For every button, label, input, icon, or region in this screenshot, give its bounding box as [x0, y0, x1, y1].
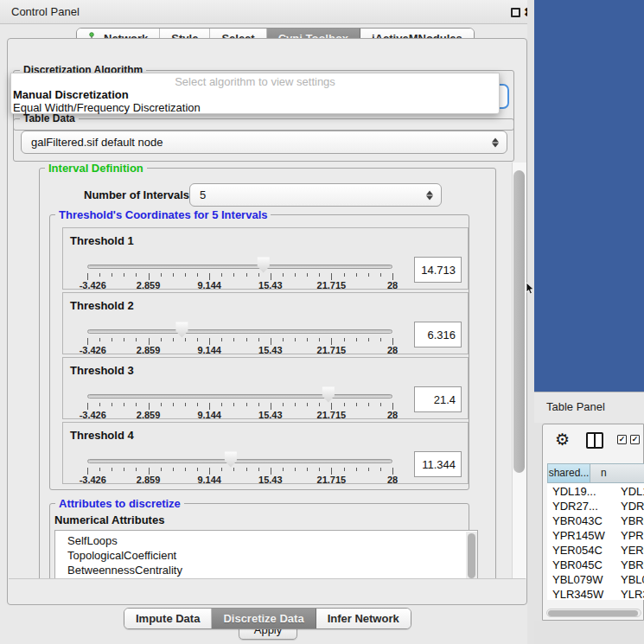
tab-discretize-data[interactable]: Discretize Data	[212, 609, 316, 628]
slider-ticks	[87, 338, 392, 345]
threshold-box: Threshold 4-3.4262.8599.14415.4321.71528	[62, 422, 469, 484]
cell-shared-name: YBR043C	[552, 514, 613, 527]
float-window-icon[interactable]	[511, 8, 520, 17]
cell-shared-name: YPR145W	[552, 529, 613, 542]
panel-title: Control Panel	[11, 0, 80, 24]
slider-track[interactable]	[87, 459, 392, 463]
table-horizontal-scrollbar[interactable]	[546, 609, 641, 617]
numerical-attributes-label: Numerical Attributes	[54, 513, 164, 526]
attribute-item[interactable]: SelfLoops	[67, 534, 118, 548]
cell-name: YPR1	[621, 529, 644, 542]
bottom-tab-bar: Impute DataDiscretize DataInfer Network	[124, 608, 411, 629]
algorithm-option[interactable]: Equal Width/Frequency Discretization	[13, 101, 497, 114]
settings-scrollbar-thumb[interactable]	[513, 170, 525, 473]
threshold-label: Threshold 3	[70, 364, 134, 377]
column-header-shared-name[interactable]: shared...	[547, 463, 590, 483]
algorithm-option[interactable]: Manual Discretization	[13, 88, 497, 101]
cell-name: YBR0	[621, 514, 644, 527]
cell-name: YBL0	[621, 573, 644, 586]
threshold-box: Threshold 3-3.4262.8599.14415.4321.71528	[62, 357, 469, 419]
cell-shared-name: YLR345W	[552, 588, 613, 600]
attributes-group-title: Attributes to discretize	[55, 498, 184, 509]
cell-name: YDL1	[621, 485, 644, 498]
bottom-right-spacer	[534, 621, 644, 644]
cell-shared-name: YBR045C	[552, 558, 613, 571]
cell-name: YBR0	[621, 558, 644, 571]
control-panel: Control Panel ✖ NetworkStyleSelectCyni T…	[0, 0, 534, 644]
slider-track[interactable]	[87, 394, 392, 399]
table-panel-title: Table Panel	[546, 392, 605, 422]
threshold-label: Threshold 2	[70, 299, 134, 312]
gear-icon[interactable]: ⚙	[555, 430, 570, 450]
numerical-attributes-list[interactable]: SelfLoopsTopologicalCoefficientBetweenne…	[54, 530, 478, 578]
table-row[interactable]: YDR27...YDR2	[547, 500, 644, 514]
table-header-row: shared... n	[547, 463, 644, 483]
attribute-item[interactable]: TopologicalCoefficient	[67, 549, 176, 563]
separator	[9, 578, 526, 579]
cell-shared-name: YDL19...	[552, 485, 613, 498]
slider-ticks	[87, 273, 392, 280]
table-row[interactable]: YLR345WYLR3	[547, 588, 644, 600]
tab-infer-network[interactable]: Infer Network	[316, 609, 411, 628]
threshold-label: Threshold 1	[70, 234, 134, 247]
table-row[interactable]: YBL079WYBL0	[547, 573, 644, 588]
slider-tick-labels: -3.4262.8599.14415.4321.71528	[87, 475, 392, 484]
slider-tick-labels: -3.4262.8599.14415.4321.71528	[87, 345, 392, 354]
table-row[interactable]: YBR043CYBR0	[547, 514, 644, 529]
table-hscrollbar-thumb[interactable]	[548, 610, 638, 616]
slider-ticks	[87, 403, 392, 410]
slider-track[interactable]	[87, 265, 392, 269]
table-panel-window: ⚙ ✓ ✓ shared... n YDL19...YDL1YDR27...YD…	[542, 424, 644, 621]
table-data-value: galFiltered.sif default node	[31, 131, 163, 153]
cell-shared-name: YDR27...	[552, 500, 613, 513]
tab-label: Impute Data	[136, 612, 200, 625]
slider-thumb[interactable]	[175, 322, 188, 338]
checkbox-icon[interactable]: ✓	[630, 435, 640, 444]
table-rows: YDL19...YDL1YDR27...YDR2YBR043CYBR0YPR14…	[547, 483, 644, 600]
slider-tick-labels: -3.4262.8599.14415.4321.71528	[87, 410, 392, 419]
cell-name: YDR2	[621, 500, 644, 513]
slider-track[interactable]	[87, 329, 392, 334]
tab-label: Discretize Data	[223, 612, 303, 625]
cell-name: YLR3	[621, 588, 644, 600]
tab-label: Infer Network	[328, 612, 399, 625]
attribute-item[interactable]: BetweennessCentrality	[67, 564, 182, 577]
threshold-value-input[interactable]	[414, 451, 462, 477]
cyni-toolbox-panel: Discretization Algorithm Table Data galF…	[7, 38, 527, 605]
table-data-title: Table Data	[20, 113, 79, 124]
cell-shared-name: YBL079W	[552, 573, 613, 586]
column-header-name[interactable]: n	[590, 463, 644, 483]
table-row[interactable]: YBR045CYBR0	[547, 558, 644, 573]
table-panel-header: Table Panel	[534, 392, 644, 423]
split-columns-icon[interactable]	[586, 432, 603, 449]
settings-scroll-area: Interval Definition Number of Intervals …	[9, 162, 512, 578]
table-row[interactable]: YPR145WYPR1	[547, 529, 644, 544]
mouse-cursor	[526, 283, 536, 295]
threshold-value-input[interactable]	[414, 257, 462, 283]
threshold-label: Threshold 4	[70, 429, 134, 442]
tab-impute-data[interactable]: Impute Data	[124, 609, 212, 628]
table-data-group: Table Data galFiltered.sif default node	[13, 118, 514, 162]
slider-thumb[interactable]	[224, 451, 238, 468]
threshold-box: Threshold 1-3.4262.8599.14415.4321.71528	[62, 227, 469, 290]
cell-name: YER0	[621, 544, 644, 557]
screenshot-root: Control Panel ✖ NetworkStyleSelectCyni T…	[0, 0, 644, 644]
table-row[interactable]: YER054CYER0	[547, 544, 644, 558]
threshold-value-input[interactable]	[414, 386, 462, 412]
control-panel-titlebar: Control Panel ✖	[0, 0, 534, 24]
slider-thumb[interactable]	[322, 386, 335, 403]
threshold-box: Threshold 2-3.4262.8599.14415.4321.71528	[62, 292, 469, 354]
slider-tick-labels: -3.4262.8599.14415.4321.71528	[87, 280, 392, 290]
slider-thumb[interactable]	[257, 257, 271, 273]
attributes-scrollbar-thumb[interactable]	[468, 533, 475, 578]
checkbox-icon[interactable]: ✓	[617, 435, 627, 444]
network-view-frame: GAL80GCGAL11GAL4HGCY1HAP2	[534, 0, 644, 392]
algorithm-dropdown-popup: Select algorithm to view settings Manual…	[10, 73, 500, 114]
table-data-combo[interactable]: galFiltered.sif default node	[21, 131, 507, 154]
table-row[interactable]: YDL19...YDL1	[547, 485, 644, 500]
cell-shared-name: YER054C	[552, 544, 613, 557]
slider-ticks	[87, 468, 392, 475]
combo-arrows-icon	[492, 137, 499, 147]
popup-hint: Select algorithm to view settings	[11, 75, 499, 88]
threshold-value-input[interactable]	[414, 322, 462, 348]
